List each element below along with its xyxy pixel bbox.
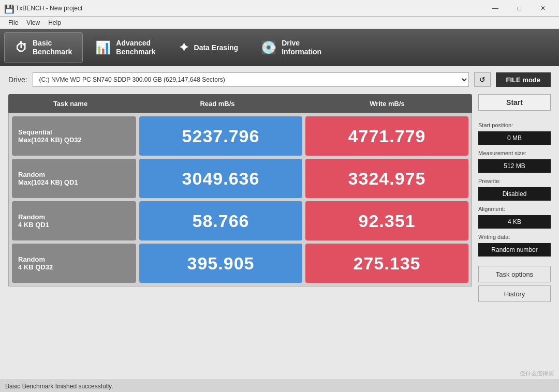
drive-select[interactable]: (C:) NVMe WD PC SN740 SDDP 300.00 GB (62… bbox=[33, 72, 469, 87]
table-row: Random 4 KB QD1 58.766 92.351 bbox=[12, 201, 468, 240]
main-content: Drive: (C:) NVMe WD PC SN740 SDDP 300.00… bbox=[0, 66, 559, 392]
benchmark-area: Task name Read mB/s Write mB/s Sequentia… bbox=[8, 94, 551, 302]
file-mode-button[interactable]: FILE mode bbox=[496, 72, 551, 87]
advanced-benchmark-icon: 📊 bbox=[95, 40, 111, 55]
right-panel: Start Start position: 0 MB Measurement s… bbox=[478, 94, 551, 302]
basic-benchmark-label: BasicBenchmark bbox=[33, 39, 72, 56]
col-task-name: Task name bbox=[8, 100, 133, 108]
prewrite-value: Disabled bbox=[478, 187, 551, 201]
col-write: Write mB/s bbox=[302, 100, 472, 108]
table-header: Task name Read mB/s Write mB/s bbox=[8, 94, 472, 113]
alignment-value: 4 KB bbox=[478, 215, 551, 229]
read-random-1024-qd1: 3049.636 bbox=[139, 159, 302, 198]
read-random-4kb-qd32: 395.905 bbox=[139, 244, 302, 283]
history-button[interactable]: History bbox=[478, 285, 551, 302]
prewrite-label: Prewrite: bbox=[478, 178, 551, 184]
write-random-4kb-qd32: 275.135 bbox=[305, 244, 468, 283]
minimize-button[interactable]: — bbox=[483, 0, 507, 17]
write-random-1024-qd1: 3324.975 bbox=[305, 159, 468, 198]
window-title: TxBENCH - New project bbox=[16, 5, 483, 12]
advanced-benchmark-label: AdvancedBenchmark bbox=[116, 39, 155, 56]
tab-data-erasing[interactable]: ✦ Data Erasing bbox=[168, 32, 249, 63]
menubar: File View Help bbox=[0, 17, 559, 29]
table-rows: Sequential Max(1024 KB) QD32 5237.796 47… bbox=[8, 113, 472, 287]
drive-refresh-button[interactable]: ↺ bbox=[474, 72, 491, 87]
tab-drive-information[interactable]: 💽 DriveInformation bbox=[251, 32, 332, 63]
task-random-4kb-qd1: Random 4 KB QD1 bbox=[12, 201, 136, 240]
measurement-size-value: 512 MB bbox=[478, 159, 551, 173]
task-options-button[interactable]: Task options bbox=[478, 266, 551, 282]
table-row: Random Max(1024 KB) QD1 3049.636 3324.97… bbox=[12, 159, 468, 198]
menu-view[interactable]: View bbox=[22, 18, 44, 27]
measurement-size-label: Measurement size: bbox=[478, 150, 551, 156]
start-position-value: 0 MB bbox=[478, 131, 551, 145]
maximize-button[interactable]: □ bbox=[507, 0, 531, 17]
table-row: Random 4 KB QD32 395.905 275.135 bbox=[12, 244, 468, 283]
window-controls: — □ ✕ bbox=[483, 0, 555, 17]
read-sequential-qd32: 5237.796 bbox=[139, 116, 302, 156]
benchmark-table: Task name Read mB/s Write mB/s Sequentia… bbox=[8, 94, 472, 302]
watermark: 值什么值得买 bbox=[520, 370, 554, 378]
drive-information-icon: 💽 bbox=[261, 40, 276, 55]
app-icon: 💾 bbox=[4, 4, 12, 12]
writing-data-label: Writing data: bbox=[478, 234, 551, 240]
write-random-4kb-qd1: 92.351 bbox=[305, 201, 468, 240]
drive-label: Drive: bbox=[8, 76, 27, 84]
refresh-icon: ↺ bbox=[479, 76, 486, 84]
close-button[interactable]: ✕ bbox=[531, 0, 555, 17]
table-row: Sequential Max(1024 KB) QD32 5237.796 47… bbox=[12, 116, 468, 156]
status-text: Basic Benchmark finished successfully. bbox=[5, 383, 113, 390]
alignment-label: Alignment: bbox=[478, 206, 551, 212]
tab-advanced-benchmark[interactable]: 📊 AdvancedBenchmark bbox=[85, 32, 166, 63]
basic-benchmark-icon: ⏱ bbox=[15, 40, 27, 55]
start-button[interactable]: Start bbox=[478, 94, 551, 111]
start-position-label: Start position: bbox=[478, 122, 551, 128]
menu-help[interactable]: Help bbox=[44, 18, 65, 27]
col-read: Read mB/s bbox=[133, 100, 302, 108]
task-random-1024-qd1: Random Max(1024 KB) QD1 bbox=[12, 159, 136, 198]
drive-information-label: DriveInformation bbox=[282, 39, 321, 56]
statusbar: Basic Benchmark finished successfully. bbox=[0, 380, 559, 392]
drive-row: Drive: (C:) NVMe WD PC SN740 SDDP 300.00… bbox=[8, 72, 551, 87]
data-erasing-icon: ✦ bbox=[179, 40, 189, 55]
writing-data-value: Random number bbox=[478, 243, 551, 257]
read-random-4kb-qd1: 58.766 bbox=[139, 201, 302, 240]
task-random-4kb-qd32: Random 4 KB QD32 bbox=[12, 244, 136, 283]
menu-file[interactable]: File bbox=[4, 18, 22, 27]
tab-basic-benchmark[interactable]: ⏱ BasicBenchmark bbox=[4, 32, 83, 63]
task-sequential-qd32: Sequential Max(1024 KB) QD32 bbox=[12, 116, 136, 156]
write-sequential-qd32: 4771.779 bbox=[305, 116, 468, 156]
data-erasing-label: Data Erasing bbox=[194, 43, 239, 52]
toolbar: ⏱ BasicBenchmark 📊 AdvancedBenchmark ✦ D… bbox=[0, 29, 559, 66]
titlebar: 💾 TxBENCH - New project — □ ✕ bbox=[0, 0, 559, 17]
